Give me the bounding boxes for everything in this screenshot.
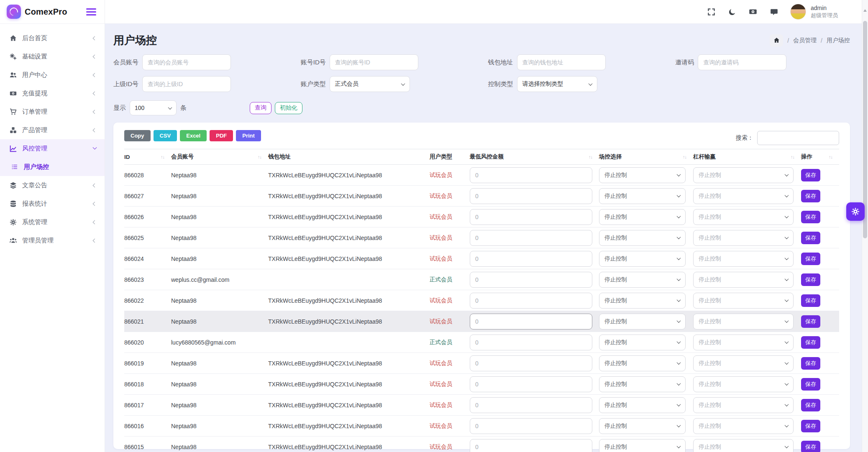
menu-toggle-icon[interactable] [86,8,96,15]
sort-icon[interactable]: ↑↓ [258,154,261,159]
risk-amount-input[interactable] [470,314,592,329]
save-button[interactable]: 保存 [801,253,820,265]
breadcrumb-parent[interactable]: 会员管理 [793,37,817,44]
export-button[interactable]: Copy [124,130,151,141]
search-input[interactable] [757,131,839,145]
leverage-winloss-select[interactable]: 停止控制 [693,376,794,392]
control-type-select[interactable]: 请选择控制类型 [517,76,597,92]
invite-code-input[interactable] [698,54,786,70]
account-id-input[interactable] [330,54,418,70]
field-control-select[interactable]: 停止控制 [599,376,686,392]
field-control-select[interactable]: 停止控制 [599,230,686,246]
save-button[interactable]: 保存 [801,169,820,181]
export-button[interactable]: PDF [210,130,233,141]
wallet-input[interactable] [517,54,606,70]
risk-amount-input[interactable] [470,439,592,452]
leverage-winloss-select[interactable]: 停止控制 [693,188,794,204]
column-header[interactable]: 杠杆输赢 ↑↓ [693,149,801,165]
field-control-select[interactable]: 停止控制 [599,335,686,350]
field-control-select[interactable]: 停止控制 [599,314,686,329]
member-account-input[interactable] [142,54,231,70]
breadcrumb-home-icon[interactable] [770,34,783,47]
risk-amount-input[interactable] [470,293,592,309]
field-control-select[interactable]: 停止控制 [599,397,686,413]
column-header[interactable]: 操作 ↑↓ [801,149,839,165]
money-icon[interactable] [748,7,758,16]
risk-amount-input[interactable] [470,335,592,350]
sort-icon[interactable]: ↑↓ [683,154,686,159]
sort-icon[interactable]: ↑↓ [829,154,832,159]
sidebar-item[interactable]: 风控管理 [0,139,105,158]
save-button[interactable]: 保存 [801,399,820,411]
risk-amount-input[interactable] [470,397,592,413]
leverage-winloss-select[interactable]: 停止控制 [693,397,794,413]
column-header[interactable]: ID ↑↓ [124,149,171,165]
sidebar-item[interactable]: 管理员管理 [0,231,105,250]
sidebar-item[interactable]: 产品管理 [0,121,105,139]
field-control-select[interactable]: 停止控制 [599,439,686,452]
leverage-winloss-select[interactable]: 停止控制 [693,335,794,350]
column-header[interactable]: 钱包地址 [268,149,430,165]
risk-amount-input[interactable] [470,251,592,267]
sidebar-item[interactable]: 用户中心 [0,66,105,84]
vertical-scrollbar[interactable] [862,0,868,452]
risk-amount-input[interactable] [470,209,592,225]
column-header[interactable]: 用户类型 [430,149,470,165]
settings-fab-gear-icon[interactable] [846,202,865,221]
export-button[interactable]: Print [236,130,261,141]
save-button[interactable]: 保存 [801,420,820,432]
field-control-select[interactable]: 停止控制 [599,293,686,309]
save-button[interactable]: 保存 [801,273,820,286]
risk-amount-input[interactable] [470,272,592,288]
sidebar-item[interactable]: 基础设置 [0,47,105,66]
leverage-winloss-select[interactable]: 停止控制 [693,293,794,309]
sidebar-item[interactable]: 报表统计 [0,194,105,213]
column-header[interactable]: 会员账号 ↑↓ [171,149,268,165]
dark-mode-moon-icon[interactable] [727,7,737,16]
field-control-select[interactable]: 停止控制 [599,188,686,204]
sidebar-item[interactable]: 文章公告 [0,176,105,194]
parent-id-input[interactable] [142,76,231,92]
field-control-select[interactable]: 停止控制 [599,167,686,183]
fullscreen-icon[interactable] [707,7,716,16]
field-control-select[interactable]: 停止控制 [599,251,686,267]
export-button[interactable]: Excel [180,130,207,141]
risk-amount-input[interactable] [470,167,592,183]
save-button[interactable]: 保存 [801,357,820,370]
field-control-select[interactable]: 停止控制 [599,272,686,288]
risk-amount-input[interactable] [470,230,592,246]
leverage-winloss-select[interactable]: 停止控制 [693,230,794,246]
column-header[interactable]: 最低风控金额 ↑↓ [470,149,599,165]
save-button[interactable]: 保存 [801,232,820,244]
leverage-winloss-select[interactable]: 停止控制 [693,355,794,371]
account-type-select[interactable]: 正式会员 [330,76,410,92]
sort-icon[interactable]: ↑↓ [161,154,164,159]
sidebar-item[interactable]: 订单管理 [0,102,105,121]
sidebar-item[interactable]: 系统管理 [0,213,105,231]
leverage-winloss-select[interactable]: 停止控制 [693,209,794,225]
leverage-winloss-select[interactable]: 停止控制 [693,167,794,183]
risk-amount-input[interactable] [470,376,592,392]
sort-icon[interactable]: ↑↓ [589,154,592,159]
user-menu[interactable]: admin 超级管理员 [790,4,838,20]
field-control-select[interactable]: 停止控制 [599,418,686,434]
scrollbar-up-arrow[interactable] [863,9,867,12]
risk-amount-input[interactable] [470,418,592,434]
save-button[interactable]: 保存 [801,190,820,202]
risk-amount-input[interactable] [470,188,592,204]
save-button[interactable]: 保存 [801,441,820,452]
sidebar-item[interactable]: 充值提现 [0,84,105,102]
leverage-winloss-select[interactable]: 停止控制 [693,439,794,452]
field-control-select[interactable]: 停止控制 [599,209,686,225]
brand[interactable]: ComexPro [7,5,67,19]
risk-amount-input[interactable] [470,355,592,371]
query-button[interactable]: 查询 [250,102,271,114]
chat-icon[interactable] [769,7,778,16]
init-button[interactable]: 初始化 [275,102,302,114]
leverage-winloss-select[interactable]: 停止控制 [693,251,794,267]
export-button[interactable]: CSV [154,130,177,141]
leverage-winloss-select[interactable]: 停止控制 [693,272,794,288]
sidebar-item[interactable]: 后台首页 [0,29,105,47]
field-control-select[interactable]: 停止控制 [599,355,686,371]
sidebar-item[interactable]: 用户场控 [0,158,105,176]
